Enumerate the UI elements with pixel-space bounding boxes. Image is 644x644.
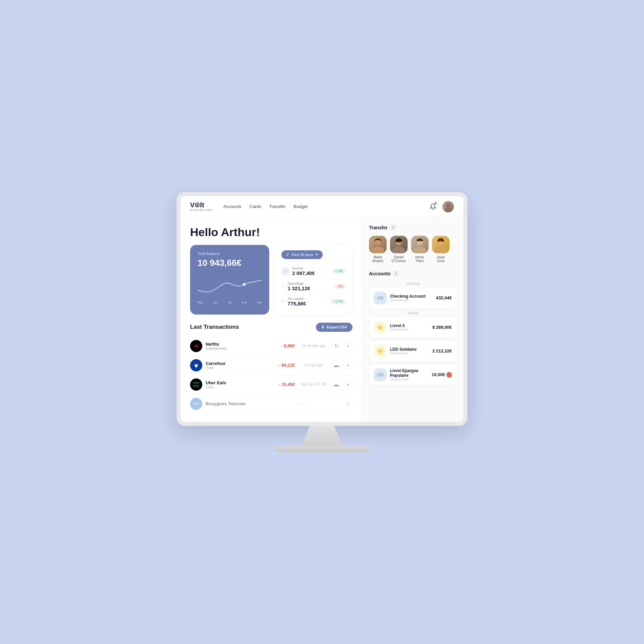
tx-add2-icon[interactable]: + (344, 380, 352, 389)
table-row: UberEats Uber Eats Food - 15,45€ Sep 20,… (190, 375, 352, 394)
nav-cards[interactable]: Cards (250, 203, 261, 210)
nav-budget[interactable]: Budget (294, 203, 307, 210)
accounts-title: Accounts (369, 271, 391, 276)
period-button[interactable]: ✓ Past 30 days ▼ (281, 250, 323, 259)
contact-name-henry: HenryParis (415, 255, 424, 263)
svg-line-38 (377, 353, 378, 354)
tx-card-icon[interactable]: ▬ (332, 361, 341, 370)
contact-daniel[interactable]: DanielO'Connor (390, 236, 408, 263)
tx-name-bouygues: Bouygues Telecom (206, 401, 283, 406)
tx-refresh-icon[interactable]: ↻ (332, 342, 341, 350)
tx-card2-icon[interactable]: ▬ (332, 380, 341, 389)
income-label: Income (292, 267, 315, 270)
contact-maria[interactable]: MariaAlvarez (369, 236, 387, 263)
logo-subtitle: Dashboard (190, 208, 212, 212)
table-row: BYG Bouygues Telecom — — ↻ (190, 394, 352, 414)
checking-number: 81281697509 (390, 299, 433, 302)
spendings-value: 1 321,12€ (288, 285, 310, 291)
ldd-number: 52068840942 (390, 352, 429, 355)
contact-name-maria: MariaAlvarez (372, 255, 383, 263)
svg-line-37 (382, 348, 383, 349)
monitor-stand (302, 426, 342, 446)
tx-add-icon[interactable]: + (344, 361, 352, 370)
table-row: Carrefour Food - 94,12€ 8 hours ago ▬ + (190, 356, 352, 375)
balance-chart (198, 275, 262, 299)
tx-amount-netflix: - 8,99€ (275, 343, 295, 348)
notification-icon[interactable] (428, 201, 438, 212)
contact-name-daniel: DanielO'Connor (392, 255, 406, 263)
tx-name-netflix: Netflix (206, 342, 271, 347)
tx-time-netflix: 16 minutes ago (298, 344, 329, 348)
lep-icon (374, 368, 387, 381)
tx-cat-carrefour: Food (206, 366, 271, 370)
income-change: + 3% (332, 269, 346, 274)
account-ldd: LDD Solidaire 52068840942 2 212,22€ (369, 341, 457, 362)
period-label: Past 30 days (292, 253, 313, 257)
svg-line-28 (382, 324, 383, 325)
logo-o-icon (195, 203, 200, 207)
spendings-change: - 5% (333, 284, 346, 289)
contact-josie[interactable]: JosieCruiz (432, 236, 450, 263)
cards-row: Total Balance 10 943,66€ May Jun (190, 245, 352, 315)
tx-cat-ubereats: Food (206, 385, 271, 389)
svg-point-30 (378, 349, 382, 353)
month-jul: Jul (228, 301, 232, 304)
nav-accounts[interactable]: Accounts (223, 203, 241, 210)
spendings-label: Spendings (288, 282, 310, 285)
notification-badge (434, 202, 437, 205)
income-icon: ↑ (281, 267, 290, 275)
accounts-chevron[interactable]: › (393, 270, 399, 277)
header: V lt Dashboard Accounts Cards Transfer B… (181, 196, 463, 217)
tx-refresh2-icon[interactable]: ↻ (344, 399, 352, 408)
right-panel: Transfer › (362, 217, 463, 422)
livreta-name: Livret A (390, 323, 429, 328)
account-lep: Livret Epargne Populaire 26832920484 10,… (369, 364, 457, 385)
header-actions (428, 201, 454, 212)
svg-point-1 (444, 208, 452, 212)
lep-number: 26832920484 (390, 378, 428, 381)
saved-label: You saved (288, 297, 306, 301)
user-avatar[interactable] (442, 201, 454, 212)
ldd-name: LDD Solidaire (390, 347, 429, 352)
lep-name: Livret Epargne Populaire (390, 368, 428, 378)
checking-balance: 432,44€ (436, 295, 452, 300)
transactions-header: Last Transactions ⬇ Export CSV (190, 323, 352, 332)
income-value: 2 097,40€ (292, 270, 315, 276)
ubereats-logo: UberEats (190, 378, 202, 391)
stat-income-row: ↑ Income 2 097,40€ + 3% (281, 264, 346, 279)
export-csv-button[interactable]: ⬇ Export CSV (316, 323, 352, 332)
stat-spendings-row: − Spendings 1 321,12€ - 5% (281, 279, 346, 294)
svg-point-11 (393, 247, 405, 253)
checking-label: Checking (369, 282, 457, 285)
ldd-icon (374, 345, 387, 358)
checking-name: Checking Account (390, 294, 433, 299)
svg-point-2 (243, 283, 246, 286)
lep-balance: 10,00€ (432, 372, 445, 377)
transfer-chevron[interactable]: › (390, 224, 396, 231)
tx-name-carrefour: Carrefour (206, 361, 271, 366)
svg-point-20 (378, 298, 380, 300)
livreta-number: 50780222663 (390, 328, 429, 331)
transfer-section-header: Transfer › (369, 224, 457, 231)
month-sep: Sep (256, 301, 262, 304)
tx-time-carrefour: 8 hours ago (298, 363, 329, 367)
nav-transfer[interactable]: Transfer (269, 203, 285, 210)
transactions-title: Last Transactions (190, 324, 239, 330)
balance-card: Total Balance 10 943,66€ May Jun (190, 245, 269, 315)
contact-henry[interactable]: HenryParis (411, 236, 429, 263)
svg-line-26 (377, 324, 378, 325)
tx-name-ubereats: Uber Eats (206, 380, 271, 385)
tx-cat-netflix: Entertainment (206, 347, 271, 350)
svg-point-15 (414, 247, 426, 253)
lep-info-icon[interactable]: ⓘ (446, 372, 452, 377)
tx-amount-carrefour: - 94,12€ (275, 363, 295, 368)
tx-add-icon[interactable]: + (344, 342, 352, 350)
logo: V lt Dashboard (190, 201, 212, 212)
monitor-base (275, 446, 369, 452)
balance-amount: 10 943,66€ (198, 258, 262, 268)
contact-avatar-daniel (390, 236, 408, 253)
contact-avatar-henry (411, 236, 429, 253)
main-content: Hello Arthur! Total Balance 10 943,66€ (181, 217, 463, 422)
transactions-section: Last Transactions ⬇ Export CSV N (190, 323, 352, 414)
stat-saved-row: = You saved 775,88€ + 17% (281, 294, 346, 309)
